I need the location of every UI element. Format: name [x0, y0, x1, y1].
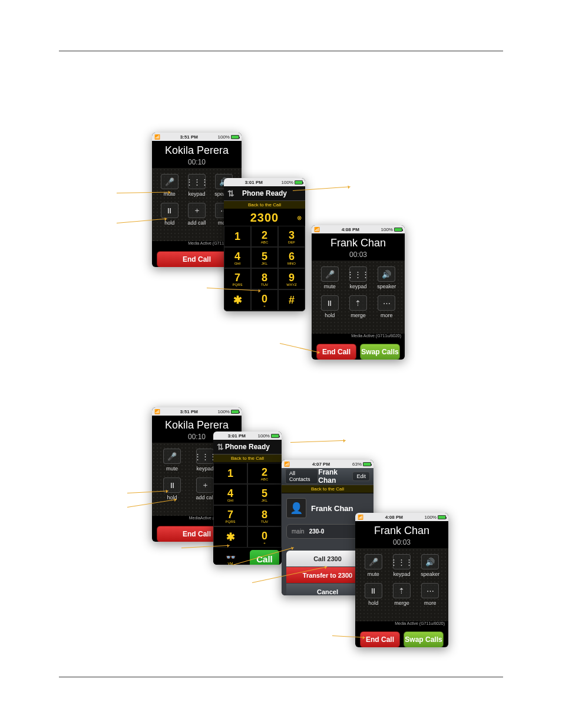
- wifi-icon: [314, 227, 320, 232]
- dialer-title: Phone Ready: [225, 443, 270, 451]
- button-label: hold: [368, 600, 378, 606]
- status-battery: 100%: [218, 409, 230, 414]
- edit-button[interactable]: Edit: [352, 472, 370, 481]
- wifi-icon: [154, 409, 160, 414]
- delete-button[interactable]: ⌫: [278, 311, 305, 311]
- hold-button[interactable]: ⏸hold: [156, 203, 183, 226]
- end-call-button[interactable]: End Call: [316, 344, 356, 360]
- wifi-icon: [358, 515, 363, 520]
- speaker-button[interactable]: 🔊speaker: [416, 554, 444, 577]
- keypad-icon: ⋮⋮⋮: [196, 449, 214, 464]
- speaker-icon: 🔊: [378, 266, 395, 282]
- dial-display: 2300 ⊗: [224, 209, 305, 226]
- status-time: 3:01 PM: [228, 433, 246, 439]
- speaker-icon: 🔊: [421, 554, 439, 569]
- button-label: merge: [394, 600, 409, 606]
- key-5[interactable]: 5JKL: [247, 484, 282, 505]
- status-time: 4:07 PM: [312, 462, 330, 467]
- key-7[interactable]: 7PQRS: [224, 268, 251, 289]
- keypad: 12ABC3DEF4GHI5JKL6MNO7PQRS8TUV9WXYZ✱0+#: [224, 226, 305, 311]
- add-call-button[interactable]: ＋add call: [183, 203, 210, 226]
- status-time: 3:01 PM: [245, 180, 263, 185]
- key-9[interactable]: 9WXYZ: [278, 268, 305, 289]
- button-label: keypad: [393, 571, 410, 577]
- network-icon: ⇅: [217, 442, 224, 452]
- back-to-call-bar[interactable]: Back to the Call: [224, 200, 305, 209]
- clear-icon[interactable]: ⊗: [297, 215, 302, 221]
- status-bar: 4:08 PM 100%: [355, 513, 448, 521]
- status-time: 3:51 PM: [180, 134, 198, 140]
- divider-top: [59, 51, 503, 51]
- key-2[interactable]: 2ABC: [251, 226, 278, 247]
- back-button[interactable]: All Contacts: [285, 469, 318, 484]
- more-button[interactable]: ⋯more: [416, 583, 444, 606]
- battery-icon: [394, 228, 402, 232]
- status-battery: 100%: [282, 180, 293, 185]
- status-battery: 100%: [425, 515, 437, 520]
- caller-name: Frank Chan: [355, 525, 448, 537]
- status-bar: 3:01 PM 100%: [213, 431, 282, 440]
- swap-calls-button[interactable]: Swap Calls: [360, 344, 400, 360]
- key-7[interactable]: 7PQRS: [213, 505, 247, 526]
- key-1[interactable]: 1: [224, 226, 251, 247]
- battery-icon: [363, 462, 371, 466]
- screenshot-2d-call: 4:08 PM 100% Frank Chan 00:03 🎤mute⋮⋮⋮ke…: [355, 513, 448, 647]
- merge-button[interactable]: ⇡merge: [388, 583, 416, 606]
- status-time: 4:08 PM: [342, 227, 359, 232]
- key-2[interactable]: 2ABC: [247, 463, 282, 484]
- button-label: merge: [351, 312, 366, 318]
- key-8[interactable]: 8TUV: [251, 268, 278, 289]
- mute-button[interactable]: 🎤mute: [316, 266, 344, 289]
- battery-icon: [231, 410, 239, 414]
- keypad-button[interactable]: ⋮⋮⋮keypad: [344, 266, 372, 289]
- key-4[interactable]: 4GHI: [213, 484, 247, 505]
- keypad-button[interactable]: ⋮⋮⋮keypad: [388, 554, 416, 577]
- button-label: add call: [196, 495, 214, 500]
- keypad-icon: ⋮⋮⋮: [188, 174, 206, 189]
- network-icon: ⇅: [227, 189, 234, 198]
- key-#[interactable]: #: [278, 289, 305, 311]
- mute-button[interactable]: 🎤mute: [156, 449, 189, 472]
- wifi-icon: [154, 134, 160, 140]
- merge-button[interactable]: ⇡merge: [344, 295, 372, 318]
- back-to-call-bar[interactable]: Back to the Call: [282, 485, 373, 493]
- button-label: keypad: [188, 191, 205, 197]
- call-duration: 00:10: [152, 158, 242, 166]
- keypad-button[interactable]: ⋮⋮⋮keypad: [183, 174, 210, 197]
- key-8[interactable]: 8TUV: [247, 505, 282, 526]
- mute-icon: 🎤: [161, 174, 178, 189]
- call-header: Frank Chan 00:03: [312, 233, 405, 261]
- button-label: keypad: [349, 284, 366, 289]
- swap-calls-button[interactable]: Swap Calls: [404, 631, 444, 647]
- contact-name: Frank Chan: [311, 504, 353, 513]
- button-label: hold: [325, 312, 335, 318]
- status-bar: 4:08 PM 100%: [312, 225, 405, 233]
- hold-button[interactable]: ⏸hold: [316, 295, 344, 318]
- key-1[interactable]: 1: [213, 463, 247, 484]
- speaker-button[interactable]: 🔊speaker: [372, 266, 401, 289]
- key-✱[interactable]: ✱: [224, 289, 251, 311]
- mute-icon: 🎤: [365, 554, 382, 569]
- key-3[interactable]: 3DEF: [278, 226, 305, 247]
- more-button[interactable]: ⋯more: [372, 295, 401, 318]
- hold-icon: ⏸: [161, 203, 178, 218]
- key-0[interactable]: 0+: [247, 526, 282, 548]
- hold-button[interactable]: ⏸hold: [359, 583, 388, 606]
- key-6[interactable]: 6MNO: [278, 247, 305, 268]
- key-0[interactable]: 0+: [251, 289, 278, 311]
- wifi-icon: [284, 462, 290, 467]
- button-label: more: [381, 312, 393, 318]
- call-row: 👓VM Call ⌫: [224, 311, 305, 311]
- key-4[interactable]: 4GHI: [224, 247, 251, 268]
- media-status: Media Active (G711u/8020): [312, 334, 405, 340]
- key-5[interactable]: 5JKL: [251, 247, 278, 268]
- merge-icon: ⇡: [349, 295, 367, 311]
- hold-button[interactable]: ⏸hold: [156, 477, 189, 500]
- number-label: main: [292, 528, 305, 535]
- back-to-call-bar[interactable]: Back to the Call: [213, 454, 282, 463]
- dialer-title-bar: ⇅ Phone Ready: [213, 440, 282, 454]
- voicemail-button[interactable]: 👓VM: [224, 311, 251, 311]
- mute-button[interactable]: 🎤mute: [359, 554, 388, 577]
- mute-icon: 🎤: [321, 266, 339, 282]
- status-battery: 100%: [381, 227, 393, 232]
